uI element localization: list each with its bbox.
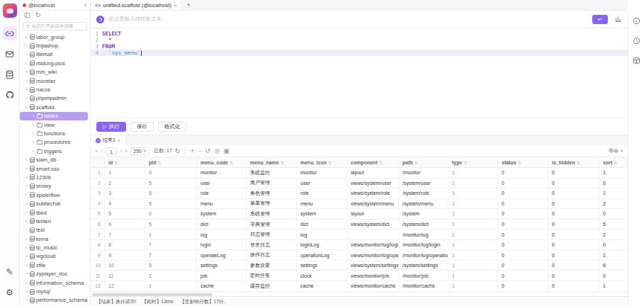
tree-item-teriteri[interactable]: ›teriteri bbox=[20, 217, 90, 225]
tree-item-performance_schema[interactable]: ›performance_schema bbox=[20, 296, 90, 305]
column-header-sort[interactable]: sort⇅ bbox=[599, 157, 628, 167]
chevron-right-icon[interactable]: › bbox=[24, 87, 28, 92]
cell-id[interactable]: 6 bbox=[105, 220, 145, 230]
cell-menu_icon[interactable]: dict bbox=[297, 220, 347, 230]
cell-status[interactable]: 0 bbox=[498, 199, 548, 209]
add-row-icon[interactable]: + bbox=[191, 148, 194, 154]
cell-menu_code[interactable]: cache bbox=[197, 281, 247, 291]
cell-type[interactable]: 1 bbox=[448, 261, 498, 271]
chevron-right-icon[interactable]: › bbox=[24, 35, 28, 40]
chevron-right-icon[interactable]: › bbox=[24, 166, 28, 171]
tree-item-12306[interactable]: ›12306 bbox=[20, 173, 90, 181]
cell-menu_icon[interactable]: cache bbox=[297, 281, 347, 291]
cell-menu_code[interactable]: operateLog bbox=[197, 250, 247, 260]
tree-item-functions[interactable]: ›functions bbox=[20, 129, 90, 137]
cell-type[interactable]: 1 bbox=[448, 178, 498, 188]
tree-item-nacos[interactable]: ›nacos bbox=[20, 85, 90, 94]
cell-menu_name[interactable]: 用户管理 bbox=[247, 178, 297, 188]
cell-status[interactable]: 0 bbox=[498, 261, 548, 271]
cell-menu_icon[interactable]: loginLog bbox=[297, 240, 347, 250]
cell-menu_name[interactable]: 操作日志 bbox=[247, 250, 297, 260]
cell-menu_code[interactable]: system bbox=[197, 209, 247, 219]
tree-item-litemall[interactable]: ›litemall bbox=[20, 50, 90, 59]
cell-menu_icon[interactable]: clock bbox=[297, 271, 347, 280]
cell-path[interactable]: /system bbox=[399, 209, 448, 219]
database-icon[interactable] bbox=[3, 67, 17, 81]
cell-sort[interactable]: 2 bbox=[599, 230, 628, 239]
tree-item-tables[interactable]: ›tables bbox=[20, 112, 88, 120]
page-size-select[interactable]: 250∨ bbox=[130, 147, 149, 155]
refresh-icon[interactable]: ↻ bbox=[175, 148, 181, 154]
cell-type[interactable]: 1 bbox=[448, 168, 498, 178]
tree-item-subtlechat[interactable]: ›subtlechat bbox=[20, 199, 90, 208]
cell-is_hidden[interactable]: 0 bbox=[548, 261, 599, 271]
sort-icon[interactable]: ⇅ bbox=[614, 160, 617, 165]
editor-line[interactable]: 2 * bbox=[91, 37, 628, 43]
cell-path[interactable]: /monitor/job bbox=[399, 271, 448, 280]
cell-path[interactable]: /system/user bbox=[399, 178, 448, 188]
chevron-right-icon[interactable]: › bbox=[24, 69, 28, 74]
cell-type[interactable]: 1 bbox=[448, 281, 498, 291]
cell-is_hidden[interactable]: 0 bbox=[548, 188, 599, 198]
chevron-right-icon[interactable]: › bbox=[24, 280, 28, 285]
cell-is_hidden[interactable]: 0 bbox=[548, 209, 599, 219]
result-tab-1[interactable]: ✓ 结果1 × bbox=[91, 135, 126, 145]
view-row-icon[interactable]: ◎ bbox=[214, 148, 220, 154]
tree-item-snowy[interactable]: ›snowy bbox=[20, 182, 90, 191]
cell-menu_code[interactable]: role bbox=[197, 188, 247, 198]
tab-close-icon[interactable]: × bbox=[174, 2, 177, 8]
chevron-down-icon[interactable]: ⌄ bbox=[24, 104, 28, 110]
cell-id[interactable]: 12 bbox=[105, 281, 145, 291]
cell-component[interactable]: views/system/menu bbox=[347, 199, 399, 209]
cell-id[interactable]: 8 bbox=[105, 240, 145, 250]
sort-icon[interactable]: ⇅ bbox=[281, 160, 284, 165]
cell-path[interactable]: /monitor/log bbox=[399, 230, 448, 239]
cell-sort[interactable]: 1 bbox=[599, 281, 628, 291]
table-row[interactable]: 110monitor系统监控monitorlayout/monitor1001 bbox=[91, 168, 628, 178]
table-row[interactable]: 11111job定时任务clockviews/monitor/job/monit… bbox=[91, 271, 628, 281]
chevron-right-icon[interactable]: › bbox=[24, 245, 28, 250]
cell-menu_name[interactable]: 定时任务 bbox=[247, 271, 297, 280]
refresh-tree-icon[interactable]: ↻ bbox=[35, 11, 41, 18]
new-tab-button[interactable]: + bbox=[182, 0, 196, 10]
tree-item-scaffold[interactable]: ⌄scaffold bbox=[20, 103, 90, 111]
cell-menu_code[interactable]: user bbox=[197, 178, 247, 188]
cell-component[interactable]: views/system/settings bbox=[347, 261, 399, 271]
last-page-button[interactable]: » bbox=[125, 148, 128, 154]
cell-is_hidden[interactable]: 0 bbox=[548, 220, 599, 230]
cell-menu_name[interactable]: 菜单管理 bbox=[247, 199, 297, 209]
cell-sort[interactable]: 5 bbox=[599, 220, 628, 230]
cell-path[interactable]: /system/menu bbox=[399, 199, 448, 209]
tree-item-phpmyadmin[interactable]: ›phpmyadmin bbox=[20, 94, 90, 103]
cell-component[interactable]: views/monitor/log/oper... bbox=[347, 250, 399, 260]
cell-is_hidden[interactable]: 0 bbox=[548, 281, 599, 291]
info-icon[interactable] bbox=[633, 15, 640, 28]
cell-sort[interactable]: 0 bbox=[599, 271, 628, 280]
cell-type[interactable]: 1 bbox=[448, 220, 498, 230]
prev-page-button[interactable]: ‹ bbox=[101, 148, 103, 154]
result-tab-close-icon[interactable]: × bbox=[118, 138, 120, 143]
column-header-is_hidden[interactable]: is_hidden⇅ bbox=[548, 157, 599, 167]
cell-id[interactable]: 3 bbox=[105, 188, 145, 198]
cell-pid[interactable]: 0 bbox=[145, 209, 197, 219]
cell-path[interactable]: /system/role bbox=[399, 188, 448, 198]
cell-menu_code[interactable]: dict bbox=[197, 220, 247, 230]
table-row[interactable]: 225user用户管理userviews/system/user/system/… bbox=[91, 178, 628, 189]
cell-menu_name[interactable]: 缓存监控 bbox=[247, 281, 297, 291]
revert-icon[interactable]: ↺ bbox=[205, 148, 211, 154]
cell-type[interactable]: 1 bbox=[448, 240, 498, 250]
tree-item-torna[interactable]: ›torna bbox=[20, 234, 90, 243]
tree-item-linjiashop[interactable]: ›linjiashop bbox=[20, 41, 90, 50]
cell-menu_name[interactable]: 字典管理 bbox=[247, 220, 297, 230]
table-row[interactable]: 10105settings参数设置settingsviews/system/se… bbox=[91, 261, 628, 271]
chevron-right-icon[interactable]: › bbox=[24, 79, 28, 84]
next-page-button[interactable]: › bbox=[120, 148, 122, 154]
cell-id[interactable]: 10 bbox=[105, 261, 145, 271]
save-button[interactable]: 保存 bbox=[130, 122, 154, 132]
cell-pid[interactable]: 5 bbox=[145, 188, 197, 198]
connections-icon[interactable] bbox=[3, 26, 17, 40]
chart-view-icon[interactable] bbox=[615, 13, 622, 26]
cell-menu_code[interactable]: settings bbox=[197, 261, 247, 271]
chevron-right-icon[interactable]: › bbox=[24, 298, 28, 302]
sort-icon[interactable]: ⇅ bbox=[328, 160, 332, 165]
